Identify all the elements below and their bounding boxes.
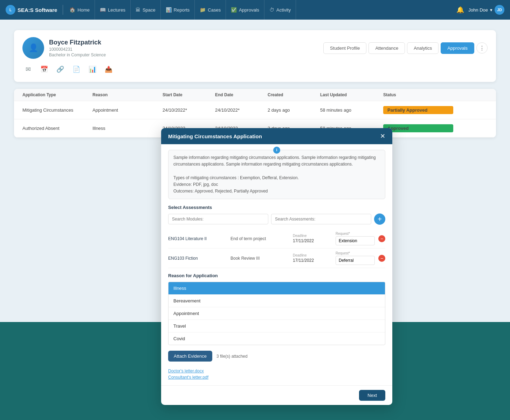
assessment2-module: ENG103 Fiction — [168, 256, 227, 261]
assessment2-name: Book Review III — [230, 256, 289, 261]
info-icon: i — [273, 147, 280, 154]
nav-reports[interactable]: 📊 Reports — [161, 0, 195, 20]
add-assessment-button[interactable]: + — [374, 214, 385, 225]
notification-bell[interactable]: 🔔 — [456, 6, 464, 14]
info-box: i Sample information regarding mitigatin… — [168, 150, 385, 199]
reason-appointment[interactable]: Appointment — [168, 307, 385, 320]
navbar: L SEA:S Software 🏠 Home 📖 Lectures 🏛 Spa… — [0, 0, 510, 20]
reason-covid[interactable]: Covid — [168, 332, 385, 345]
assessment2-deadline: Deadline 17/11/2022 — [293, 253, 332, 263]
assessment1-deadline: Deadline 17/11/2022 — [293, 234, 332, 243]
info-text1: Sample information regarding mitigating … — [173, 154, 380, 168]
assessment2-request-select[interactable]: Deferral Extension Exemption — [336, 256, 375, 265]
nav-home[interactable]: 🏠 Home — [64, 0, 95, 20]
reason-dropdown: Illness Bereavement Appointment Travel C… — [168, 282, 385, 345]
modal-body: i Sample information regarding mitigatin… — [161, 144, 392, 385]
cases-icon: 📁 — [200, 7, 206, 13]
assessment1-module: ENG104 Literature II — [168, 236, 227, 241]
assessment1-name: End of term project — [230, 236, 289, 241]
home-icon: 🏠 — [69, 7, 75, 13]
user-avatar: JD — [495, 5, 504, 15]
modal-close-button[interactable]: ✕ — [380, 133, 385, 139]
reason-illness[interactable]: Illness — [168, 282, 385, 295]
assessment1-remove-button[interactable]: − — [378, 235, 385, 242]
nav-approvals[interactable]: ✅ Approvals — [226, 0, 264, 20]
brand-name: SEA:S Software — [18, 7, 57, 13]
modal-overlay: Mitigating Circumstances Application ✕ i… — [0, 20, 510, 148]
nav-cases[interactable]: 📁 Cases — [195, 0, 226, 20]
modal-footer: Next — [161, 385, 392, 405]
info-text4: Outcomes: Approved, Rejected, Partially … — [173, 188, 380, 195]
info-text2: Types of mitigating circumstances : Exem… — [173, 175, 380, 181]
files-count: 3 file(s) attached — [216, 354, 248, 359]
reason-label: Reason for Application — [168, 273, 385, 278]
modal-header: Mitigating Circumstances Application ✕ — [161, 128, 392, 144]
user-menu[interactable]: John Doe ▾ JD — [468, 5, 504, 15]
mitigating-circumstances-modal: Mitigating Circumstances Application ✕ i… — [161, 128, 392, 405]
brand-logo: L — [6, 5, 15, 15]
info-text3: Evidence: PDF, jpg, doc — [173, 181, 380, 188]
file-list: Doctor's letter.docx Consultant's letter… — [168, 369, 385, 380]
search-row: + — [168, 214, 385, 225]
assessment-row-1: ENG104 Literature II End of term project… — [168, 229, 385, 248]
lectures-icon: 📖 — [100, 7, 106, 13]
select-assessments-label: Select Assessments — [168, 205, 385, 210]
nav-links: 🏠 Home 📖 Lectures 🏛 Space 📊 Reports 📁 Ca… — [64, 0, 456, 20]
file-2[interactable]: Consultant's letter.pdf — [168, 375, 385, 380]
reports-icon: 📊 — [166, 7, 172, 13]
brand: L SEA:S Software — [6, 5, 63, 15]
main-content: 👤 Boyce Fitzpatrick 1000004231 Bachelor … — [0, 20, 510, 148]
approvals-icon: ✅ — [231, 7, 237, 13]
assessment1-request: Request* Extension Deferral Exemption — [336, 232, 375, 245]
evidence-section: Attach Evidence 3 file(s) attached Docto… — [168, 351, 385, 380]
reason-section: Reason for Application Illness Bereaveme… — [168, 273, 385, 345]
reason-bereavement[interactable]: Bereavement — [168, 295, 385, 307]
space-icon: 🏛 — [136, 7, 140, 13]
assessment-row-2: ENG103 Fiction Book Review III Deadline … — [168, 248, 385, 268]
search-modules-input[interactable] — [168, 214, 268, 224]
file-1[interactable]: Doctor's letter.docx — [168, 369, 385, 373]
search-assessments-input[interactable] — [271, 214, 371, 224]
attach-evidence-button[interactable]: Attach Evidence — [168, 351, 212, 362]
nav-space[interactable]: 🏛 Space — [131, 0, 161, 20]
reason-travel[interactable]: Travel — [168, 320, 385, 332]
assessment2-remove-button[interactable]: − — [378, 255, 385, 262]
activity-icon: ⏱ — [269, 7, 274, 13]
assessment2-request: Request* Deferral Extension Exemption — [336, 251, 375, 265]
next-button[interactable]: Next — [359, 390, 385, 401]
modal-title: Mitigating Circumstances Application — [168, 133, 262, 139]
nav-activity[interactable]: ⏱ Activity — [264, 0, 296, 20]
nav-lectures[interactable]: 📖 Lectures — [95, 0, 131, 20]
assessment1-request-select[interactable]: Extension Deferral Exemption — [336, 236, 375, 245]
nav-right: 🔔 John Doe ▾ JD — [456, 5, 504, 15]
